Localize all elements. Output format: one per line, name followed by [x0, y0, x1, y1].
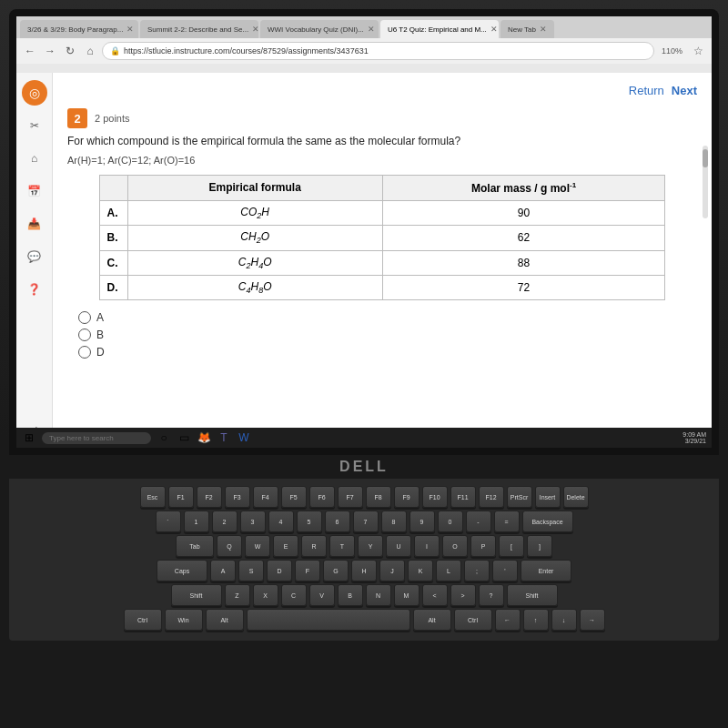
key-space[interactable] — [247, 609, 410, 631]
next-link[interactable]: Next — [672, 84, 697, 97]
key-f10[interactable]: F10 — [422, 486, 448, 508]
scroll-indicator[interactable] — [703, 146, 708, 218]
cortana-icon[interactable]: ○ — [157, 430, 171, 445]
bookmark-button[interactable]: ☆ — [690, 43, 706, 59]
tab-close-4[interactable]: ✕ — [490, 25, 498, 34]
sidebar-icon-home[interactable]: ⌂ — [22, 146, 47, 171]
key-w[interactable]: W — [245, 535, 270, 557]
key-k[interactable]: K — [408, 560, 433, 581]
key-i[interactable]: I — [414, 535, 440, 557]
key-delete[interactable]: Delete — [563, 486, 589, 508]
key-down[interactable]: ↓ — [551, 609, 577, 631]
key-comma[interactable]: < — [422, 584, 448, 606]
key-semicolon[interactable]: ; — [464, 560, 490, 581]
key-a[interactable]: A — [210, 560, 236, 581]
key-right[interactable]: → — [580, 609, 605, 631]
key-n[interactable]: N — [366, 584, 391, 606]
key-1[interactable]: 1 — [184, 511, 209, 532]
key-rshift[interactable]: Shift — [507, 584, 558, 606]
sidebar-icon-chat[interactable]: 💬 — [22, 244, 47, 269]
back-button[interactable]: ← — [22, 43, 38, 59]
sidebar-icon-inbox[interactable]: 📥 — [22, 211, 47, 237]
key-5[interactable]: 5 — [297, 511, 322, 532]
forward-button[interactable]: → — [42, 43, 58, 59]
key-3[interactable]: 3 — [240, 511, 266, 532]
key-backtick[interactable]: ` — [156, 511, 181, 532]
key-insert[interactable]: Insert — [535, 486, 561, 508]
key-f2[interactable]: F2 — [197, 486, 222, 508]
key-f12[interactable]: F12 — [479, 486, 504, 508]
sidebar-icon-bookmark[interactable]: ✂ — [22, 113, 47, 138]
key-left[interactable]: ← — [495, 609, 521, 631]
key-esc[interactable]: Esc — [140, 486, 166, 508]
key-g[interactable]: G — [323, 560, 349, 581]
key-r[interactable]: R — [301, 535, 327, 557]
key-f7[interactable]: F7 — [338, 486, 363, 508]
key-j[interactable]: J — [379, 560, 405, 581]
key-o[interactable]: O — [442, 535, 468, 557]
key-f9[interactable]: F9 — [394, 486, 420, 508]
key-enter[interactable]: Enter — [521, 560, 571, 581]
word-icon[interactable]: W — [237, 430, 251, 445]
radio-a[interactable] — [78, 311, 91, 324]
key-f4[interactable]: F4 — [253, 486, 278, 508]
reload-button[interactable]: ↻ — [62, 43, 78, 59]
key-t[interactable]: T — [329, 535, 355, 557]
key-tab[interactable]: Tab — [176, 535, 214, 557]
key-f1[interactable]: F1 — [168, 486, 194, 508]
key-f8[interactable]: F8 — [366, 486, 391, 508]
answer-option-b[interactable]: B — [78, 329, 697, 341]
taskbar-search[interactable] — [42, 432, 151, 444]
windows-icon[interactable]: ⊞ — [22, 430, 36, 445]
key-alt[interactable]: Alt — [206, 609, 244, 631]
key-y[interactable]: Y — [358, 535, 383, 557]
key-m[interactable]: M — [394, 584, 420, 606]
key-f6[interactable]: F6 — [309, 486, 335, 508]
key-f5[interactable]: F5 — [281, 486, 307, 508]
key-quote[interactable]: ' — [492, 560, 518, 581]
key-ralt[interactable]: Alt — [413, 609, 451, 631]
key-0[interactable]: 0 — [438, 511, 463, 532]
tab-5[interactable]: New Tab ✕ — [500, 20, 554, 38]
radio-d[interactable] — [78, 346, 91, 359]
answer-option-a[interactable]: A — [78, 311, 697, 324]
sidebar-icon-calendar[interactable]: 📅 — [22, 178, 47, 204]
key-8[interactable]: 8 — [381, 511, 407, 532]
key-6[interactable]: 6 — [325, 511, 350, 532]
key-e[interactable]: E — [273, 535, 298, 557]
key-minus[interactable]: - — [466, 511, 491, 532]
key-backspace[interactable]: Backspace — [522, 511, 573, 532]
key-prtscr[interactable]: PrtScr — [507, 486, 532, 508]
key-ctrl[interactable]: Ctrl — [124, 609, 162, 631]
key-x[interactable]: X — [253, 584, 278, 606]
key-2[interactable]: 2 — [212, 511, 238, 532]
key-q[interactable]: Q — [217, 535, 242, 557]
tab-close-5[interactable]: ✕ — [540, 25, 547, 34]
tab-1[interactable]: 3/26 & 3/29: Body Paragrap... ✕ — [20, 20, 138, 38]
tab-close-3[interactable]: ✕ — [368, 25, 375, 34]
key-period[interactable]: > — [450, 584, 476, 606]
key-v[interactable]: V — [309, 584, 335, 606]
teams-icon[interactable]: T — [217, 430, 231, 445]
key-slash[interactable]: ? — [479, 584, 504, 606]
key-win[interactable]: Win — [165, 609, 203, 631]
tab-close-1[interactable]: ✕ — [126, 25, 134, 34]
tab-3[interactable]: WWI Vocabulary Quiz (DNI)... ✕ — [260, 20, 379, 38]
radio-b[interactable] — [78, 329, 91, 341]
key-capslock[interactable]: Caps — [157, 560, 207, 581]
key-lbracket[interactable]: [ — [499, 535, 524, 557]
key-d[interactable]: D — [267, 560, 292, 581]
key-l[interactable]: L — [436, 560, 461, 581]
key-f3[interactable]: F3 — [225, 486, 250, 508]
key-rctrl[interactable]: Ctrl — [454, 609, 492, 631]
key-s[interactable]: S — [238, 560, 264, 581]
home-button[interactable]: ⌂ — [82, 43, 98, 59]
key-4[interactable]: 4 — [268, 511, 294, 532]
key-b[interactable]: B — [338, 584, 363, 606]
tab-close-2[interactable]: ✕ — [252, 25, 258, 34]
key-lshift[interactable]: Shift — [171, 584, 222, 606]
return-link[interactable]: Return — [629, 84, 664, 97]
sidebar-icon-canvas[interactable]: ◎ — [22, 80, 47, 106]
key-u[interactable]: U — [386, 535, 411, 557]
key-equals[interactable]: = — [494, 511, 520, 532]
